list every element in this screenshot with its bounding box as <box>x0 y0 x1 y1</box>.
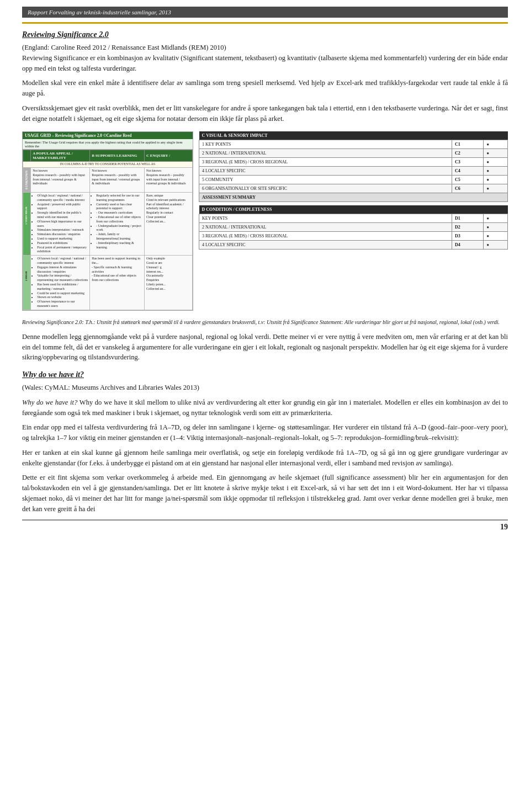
page-number: 19 <box>500 523 508 532</box>
c3-code: C3 <box>452 158 484 167</box>
c6-bullet: ● <box>484 184 508 193</box>
row-high-b: Has been used to support learning in the… <box>90 256 145 310</box>
d-table-header: D CONDITION / COMPLETENESS <box>199 205 508 214</box>
row-vhigh-c: Rare, uniqueCited in relevant publicatio… <box>145 193 193 256</box>
d4-label: 4 LOCALLY SPECIFIC <box>199 241 452 250</box>
assessment-summary-label: ASSESSMENT SUMMARY <box>199 193 508 202</box>
grid-row-unknown: 0 UNKNOWN Not knownRequires research – p… <box>23 168 193 193</box>
section2-p3: Her er tanken at ein skal kunne gå gjenn… <box>22 448 508 469</box>
c2-bullet: ● <box>484 149 508 158</box>
table-row: ASSESSMENT SUMMARY <box>199 193 508 202</box>
row-unknown-a: Not knownRequires research – possibly wi… <box>31 168 90 193</box>
c1-label: 1 KEY POINTS <box>199 140 452 149</box>
d4-bullet: ● <box>484 241 508 250</box>
usage-grid-table: A POPULAR APPEAL / MARKETABILITY B SUPPO… <box>23 150 193 310</box>
usage-grid-figure: USAGE GRID – Reviewing Significance 2.0 … <box>22 131 193 311</box>
c-table-header: C VISUAL & SENSORY IMPACT <box>199 131 508 140</box>
c6-code: C6 <box>452 184 484 193</box>
c1-bullet: ● <box>484 140 508 149</box>
c-table-section: C VISUAL & SENSORY IMPACT 1 KEY POINTS C… <box>199 131 508 202</box>
table-row: 4 LOCALLY SPECIFIC C4 ● <box>199 167 508 176</box>
c1-code: C1 <box>452 140 484 149</box>
table-row: KEY POINTS D1 ● <box>199 214 508 223</box>
sub-note: IN COLUMNS A-D TRY TO CONSIDER POTENTIAL… <box>23 162 193 168</box>
d1-bullet: ● <box>484 214 508 223</box>
d1-label: KEY POINTS <box>199 214 452 223</box>
section1-p3: Oversiktsskjemaet gjev eit raskt overbli… <box>22 103 508 124</box>
row-label-unknown: 0 UNKNOWN <box>23 168 31 193</box>
d3-code: D3 <box>452 232 484 241</box>
col-header-empty <box>23 150 31 162</box>
row-high-a: Of known local / regional / national / c… <box>31 256 90 310</box>
header-bar: Rapport Forvalting av teknisk-industriel… <box>22 7 508 18</box>
row-label-high: 2 HIGH <box>23 256 31 310</box>
col-header-c: C ENQUIRY / <box>145 150 193 162</box>
section1-p2: Modellen skal vere ein enkel måte å iden… <box>22 78 508 99</box>
c5-bullet: ● <box>484 176 508 184</box>
c4-label: 4 LOCALLY SPECIFIC <box>199 167 452 176</box>
section2-p1: Why do we have it? Why do we have it ski… <box>22 397 508 418</box>
page-container: Rapport Forvalting av teknisk-industriel… <box>0 0 530 537</box>
row-label-vhigh: 1 VERY HIGH <box>23 193 31 256</box>
table-row: 3 REGIONAL (E MIDS) / CROSS REGIONAL D3 … <box>199 232 508 241</box>
grid-row-vhigh: 1 VERY HIGH Of high local / regional / n… <box>23 193 193 256</box>
section2-heading: Why do we have it? <box>22 370 508 379</box>
row-vhigh-b: Regularly selected for use in our learni… <box>90 193 145 256</box>
table-row: 4 LOCALLY SPECIFIC D4 ● <box>199 241 508 250</box>
table-row: 6 ORGANISATIONALLY OR SITE SPECIFIC C6 ● <box>199 184 508 193</box>
row-unknown-c: Not knownRequires research – possibly wi… <box>145 168 193 193</box>
col-header-a: A POPULAR APPEAL / MARKETABILITY <box>31 150 90 162</box>
paragraph-after-figure: Denne modellen legg gjennomgåande vekt p… <box>22 332 508 363</box>
row-vhigh-a: Of high local / regional / national / co… <box>31 193 90 256</box>
header-title: Rapport Forvalting av teknisk-industriel… <box>28 9 171 15</box>
table-row: 5 COMMUNITY C5 ● <box>199 176 508 184</box>
table-row: 2 NATIONAL / INTERNATIONAL C2 ● <box>199 149 508 158</box>
c2-code: C2 <box>452 149 484 158</box>
section2-p4: Dette er eit fint skjema som verkar over… <box>22 473 508 514</box>
c2-label: 2 NATIONAL / INTERNATIONAL <box>199 149 452 158</box>
bottom-rule <box>22 519 508 521</box>
d2-label: 2 NATIONAL / INTERNATIONAL <box>199 223 452 232</box>
d-table-section: D CONDITION / COMPLETENESS KEY POINTS D1… <box>199 205 508 250</box>
d3-label: 3 REGIONAL (E MIDS) / CROSS REGIONAL <box>199 232 452 241</box>
c5-label: 5 COMMUNITY <box>199 176 452 184</box>
table-row: 1 KEY POINTS C1 ● <box>199 140 508 149</box>
c5-code: C5 <box>452 176 484 184</box>
c6-label: 6 ORGANISATIONALLY OR SITE SPECIFIC <box>199 184 452 193</box>
d2-code: D2 <box>452 223 484 232</box>
usage-grid-note: Remember: The Usage Grid requires that y… <box>23 139 193 150</box>
row-unknown-b: Not knownRequires research – possibly wi… <box>90 168 145 193</box>
top-decorative-rule <box>22 22 508 24</box>
d2-bullet: ● <box>484 223 508 232</box>
usage-grid-title: USAGE GRID – Reviewing Significance 2.0 … <box>23 132 193 139</box>
figure-caption: Reviewing Significance 2.0: T.h.: Utsnit… <box>22 319 508 326</box>
c4-code: C4 <box>452 167 484 176</box>
d1-code: D1 <box>452 214 484 223</box>
section1-heading: Reviewing Significance 2.0 <box>22 30 508 39</box>
table-row: 3 REGIONAL (E MIDS) / CROSS REGIONAL C3 … <box>199 158 508 167</box>
figure-row: USAGE GRID – Reviewing Significance 2.0 … <box>22 131 508 311</box>
section2-p2: Ein endar opp med ei talfesta verdivurde… <box>22 422 508 443</box>
row-high-c: Only exampleGood or areUnusual / gintere… <box>145 256 193 310</box>
c4-bullet: ● <box>484 167 508 176</box>
d-table: D CONDITION / COMPLETENESS KEY POINTS D1… <box>199 205 508 250</box>
d3-bullet: ● <box>484 232 508 241</box>
c3-bullet: ● <box>484 158 508 167</box>
c-table: C VISUAL & SENSORY IMPACT 1 KEY POINTS C… <box>199 131 508 202</box>
col-header-b: B SUPPORTS LEARNING <box>90 150 145 162</box>
c3-label: 3 REGIONAL (E MIDS) / CROSS REGIONAL <box>199 158 452 167</box>
section1-intro: (England: Caroline Reed 2012 / Renaissan… <box>22 43 508 73</box>
d4-code: D4 <box>452 241 484 250</box>
grid-row-high: 2 HIGH Of known local / regional / natio… <box>23 256 193 310</box>
right-tables: C VISUAL & SENSORY IMPACT 1 KEY POINTS C… <box>199 131 508 253</box>
section2-intro: (Wales: CyMAL: Museums Archives and Libr… <box>22 383 508 393</box>
table-row: 2 NATIONAL / INTERNATIONAL D2 ● <box>199 223 508 232</box>
